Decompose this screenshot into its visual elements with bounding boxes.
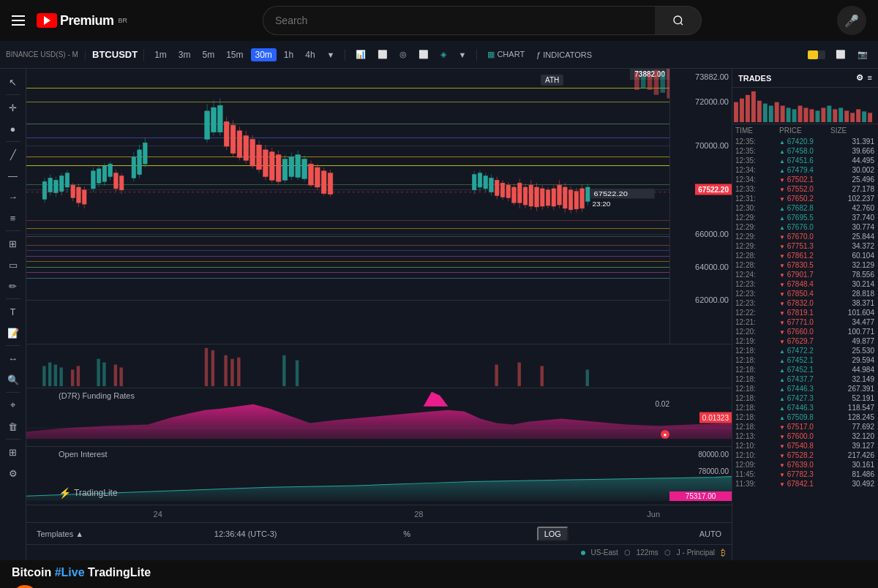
log-button[interactable]: LOG (537, 527, 569, 541)
bar-chart-icon[interactable]: 📊 (351, 48, 370, 61)
svg-rect-164 (798, 106, 803, 123)
trades-header-icons: ⚙ ≡ (856, 73, 872, 83)
chart-more-icon[interactable]: ▼ (454, 49, 470, 61)
price-73882: 73882.00 (695, 72, 729, 81)
text-tool[interactable]: T (3, 301, 23, 322)
trade-row: 12:18: ▲ 67446.3 267.391 (732, 384, 878, 393)
title-post: TradingLite (85, 566, 151, 578)
channel-tool[interactable]: ≡ (3, 208, 23, 228)
latency-value: 122ms (637, 549, 658, 557)
trades-settings-icon[interactable]: ⚙ (856, 73, 863, 83)
trade-time: 12:18: (735, 356, 779, 364)
svg-rect-176 (868, 113, 872, 122)
tf-5m[interactable]: 5m (198, 48, 219, 61)
trade-size: 118.547 (830, 404, 874, 412)
layout-btn[interactable]: ⬜ (831, 48, 850, 61)
trade-price: ▲ 67437.7 (779, 375, 830, 383)
svg-rect-6 (660, 73, 665, 93)
date-24: 24 (154, 510, 162, 519)
tf-more[interactable]: ▼ (323, 49, 339, 61)
tf-15m[interactable]: 15m (222, 48, 247, 61)
tf-4h[interactable]: 4h (301, 48, 319, 61)
search-button[interactable] (655, 6, 702, 35)
magnet-tool[interactable]: ⌖ (3, 395, 23, 415)
horizontal-tool[interactable]: — (3, 165, 23, 186)
settings-tool[interactable]: ⚙ (3, 463, 23, 483)
btc-icon: ₿ (721, 548, 726, 558)
trade-time: 12:29: (735, 223, 779, 231)
svg-rect-167 (815, 110, 819, 122)
tf-1h[interactable]: 1h (279, 48, 298, 61)
note-tool[interactable]: 📝 (3, 323, 23, 343)
trade-price: ▼ 67819.1 (779, 309, 830, 317)
fib-tool[interactable]: ⊞ (3, 233, 23, 254)
trade-time: 12:29: (735, 242, 779, 250)
brush-tool[interactable]: ✏ (3, 276, 23, 296)
chart-type-btn[interactable]: ▦ CHART (483, 48, 529, 61)
trade-size: 32.120 (830, 432, 874, 440)
drawing-tools: ↖ ✛ ● ╱ — → ≡ ⊞ ▭ ✏ T 📝 ↔ 🔍 ⌖ (0, 69, 26, 560)
trade-size: 128.245 (830, 413, 874, 421)
trade-time: 12:34: (735, 176, 779, 184)
trades-column-headers: TIME PRICE SIZE (732, 124, 878, 137)
trades-sidebar-icon[interactable]: ≡ (868, 73, 872, 83)
rectangle-tool[interactable]: ▭ (3, 255, 23, 275)
trade-row: 12:31: ▼ 67650.2 102.237 (732, 194, 878, 203)
video-container: BINANCE USD(S) - M | BTCUSDT 1m 3m 5m 15… (0, 41, 878, 560)
svg-rect-161 (781, 106, 785, 123)
trade-price: ▼ 67600.0 (779, 432, 830, 440)
trade-row: 12:34: ▲ 67479.4 30.002 (732, 165, 878, 175)
youtube-logo[interactable]: Premium BR (37, 13, 127, 29)
templates-button[interactable]: Templates ▲ (32, 528, 88, 540)
trade-row: 11:45: ▼ 67782.3 81.486 (732, 470, 878, 479)
server-location: US-East (591, 549, 618, 557)
microphone-button[interactable]: 🎤 (837, 6, 866, 35)
svg-rect-146 (224, 355, 227, 386)
trade-price: ▼ 67502.1 (779, 176, 830, 184)
trade-time: 12:30: (735, 204, 779, 212)
svg-rect-139 (586, 369, 589, 386)
search-wrapper (139, 6, 825, 35)
auto-button[interactable]: AUTO (695, 528, 726, 540)
trendline-tool[interactable]: ╱ (3, 144, 23, 165)
camera-btn[interactable]: 📷 (853, 48, 872, 61)
trade-time: 12:18: (735, 423, 779, 431)
search-input[interactable] (263, 6, 655, 35)
zoom-tool[interactable]: 🔍 (3, 369, 23, 390)
trade-size: 101.604 (830, 309, 874, 317)
ray-tool[interactable]: → (3, 186, 23, 207)
trade-price: ▼ 67639.0 (779, 461, 830, 469)
grid-tool[interactable]: ⊞ (3, 442, 23, 462)
line-chart-icon[interactable]: ⬜ (373, 48, 392, 61)
tf-30m[interactable]: 30m (251, 48, 277, 61)
trade-size: 39.127 (830, 442, 874, 450)
trade-size: 32.149 (830, 375, 874, 383)
trade-size: 30.214 (830, 280, 874, 288)
tf-1m[interactable]: 1m (150, 48, 171, 61)
indicators-btn[interactable]: ƒ INDICATORS (532, 49, 596, 61)
trades-header: TRADES ⚙ ≡ (732, 69, 878, 88)
hollow-icon[interactable]: ⬜ (414, 48, 433, 61)
trade-row: 12:35: ▲ 67420.9 31.391 (732, 137, 878, 146)
trade-time: 12:09: (735, 461, 779, 469)
trash-tool[interactable]: 🗑 (3, 416, 23, 437)
svg-rect-172 (844, 110, 849, 122)
trade-size: 77.692 (830, 423, 874, 431)
trade-price: ▲ 67446.3 (779, 404, 830, 412)
svg-rect-137 (282, 355, 285, 386)
dot-tool[interactable]: ● (3, 118, 23, 139)
tf-3m[interactable]: 3m (174, 48, 195, 61)
current-price-label: 67522.20 (695, 184, 732, 195)
cursor-tool[interactable]: ↖ (3, 72, 23, 92)
channel-avatar[interactable]: B (12, 585, 38, 588)
area-chart-icon[interactable]: ◎ (395, 48, 411, 61)
crosshair-tool[interactable]: ✛ (3, 97, 23, 118)
status-right: US-East ⬡ 122ms ⬡ J - Principal ₿ (581, 548, 727, 558)
funding-dot: ● (661, 430, 669, 439)
measure-tool[interactable]: ↔ (3, 348, 23, 369)
left-panels: ATH 73882.00 (26, 69, 732, 560)
hamburger-menu[interactable] (12, 15, 25, 26)
active-chart-icon[interactable]: ◈ (436, 48, 451, 61)
svg-rect-144 (205, 348, 208, 386)
trade-time: 12:23: (735, 290, 779, 298)
